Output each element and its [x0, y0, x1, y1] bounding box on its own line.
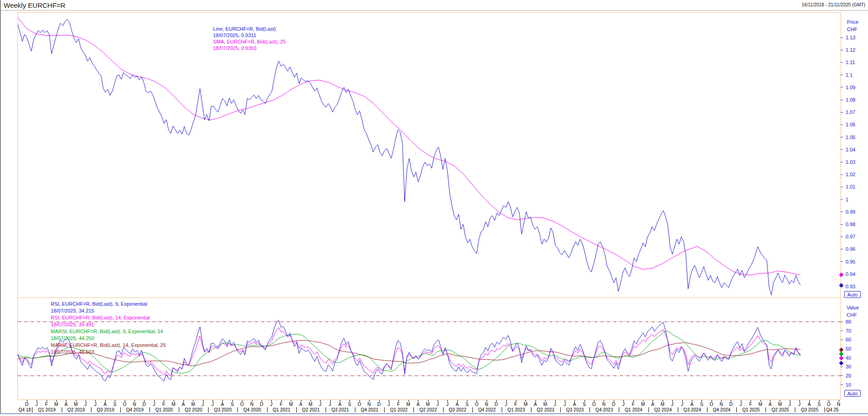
axis-tick-dash	[841, 224, 843, 225]
month-label: J	[622, 402, 625, 407]
axis-tick-label: 60	[846, 337, 851, 342]
axis-tick-dash	[841, 124, 843, 125]
price-chart-canvas[interactable]	[18, 13, 841, 297]
month-label: J	[563, 402, 566, 407]
month-label: M	[758, 402, 762, 407]
quarter-label: Q4 18	[19, 407, 31, 412]
month-label: N	[719, 402, 723, 407]
month-label: A	[221, 402, 224, 407]
month-label: M	[543, 402, 547, 407]
quarter-label: Q1 2024	[625, 407, 642, 412]
rsi-axis-auto-button[interactable]: Auto	[844, 390, 861, 397]
month-label: A	[455, 402, 459, 407]
month-label: M	[641, 402, 645, 407]
rsi-panel: RSI, EURCHF=R, Bid(Last), 9, Exponential…	[17, 297, 841, 400]
axis-tick-dash	[841, 322, 843, 322]
month-label: A	[534, 402, 537, 407]
month-label: F	[280, 402, 283, 407]
quarter-label: Q4 2022	[478, 407, 496, 412]
quarter-label: Q1 2021	[273, 407, 290, 412]
price-axis-currency: CHF	[847, 27, 857, 32]
month-label: O	[475, 402, 479, 407]
axis-tick-label: 1.02	[846, 172, 855, 177]
month-label: M	[54, 402, 58, 407]
month-label: J	[788, 402, 791, 407]
month-label: D	[729, 402, 733, 407]
month-label: O	[592, 402, 596, 407]
rsi-chart-canvas[interactable]	[18, 298, 841, 400]
quarter-separator	[413, 407, 414, 412]
quarter-separator	[531, 407, 531, 412]
axis-tick-dash	[841, 62, 843, 63]
quarter-label: Q3 2019	[97, 407, 114, 412]
month-label: S	[818, 402, 821, 407]
quarter-separator	[120, 407, 121, 412]
legend-line: RSI, EURCHF=R, Bid(Last), 9, Exponential	[51, 301, 147, 307]
axis-tick-label: 70	[846, 328, 851, 334]
month-label: J	[270, 402, 273, 407]
month-label: O	[240, 402, 244, 407]
axis-tick-label: 0.99	[846, 209, 855, 215]
axis-tick-label: 1.07	[846, 109, 855, 115]
price-panel: Line, EURCHF=R, Bid(Last)18/07/2025, 0.9…	[17, 12, 841, 298]
month-label: M	[289, 402, 293, 407]
quarter-label: Q3 2020	[214, 407, 231, 412]
axis-tick-dash	[841, 340, 843, 340]
axis-tick-label: 1.04	[846, 147, 855, 152]
quarter-separator	[91, 407, 91, 412]
quarter-label: Q1 2022	[390, 407, 407, 412]
quarter-label: Q1 2020	[155, 407, 173, 412]
month-label: M	[426, 402, 429, 407]
month-label: D	[25, 402, 28, 407]
axis-tick-label: 1.05	[846, 135, 855, 140]
month-label: J	[36, 402, 38, 407]
axis-tick-dash	[841, 149, 843, 150]
month-label: M	[407, 402, 410, 407]
month-label: D	[260, 402, 263, 407]
month-label: J	[387, 402, 390, 407]
quarter-separator	[355, 407, 355, 412]
window-bottom-edge	[0, 413, 868, 414]
axis-tick-label: 0.93	[846, 284, 855, 289]
month-label: J	[436, 402, 439, 407]
month-label: J	[94, 402, 96, 407]
quarter-label: Q1 2019	[38, 407, 55, 412]
axis-tick-dash	[841, 162, 843, 162]
quarter-separator	[443, 407, 444, 412]
quarter-separator	[472, 407, 473, 412]
month-label: J	[671, 402, 674, 407]
quarter-separator	[736, 407, 737, 412]
quarter-label: Q2 2021	[302, 407, 320, 412]
month-label: A	[417, 402, 420, 407]
quarter-label: Q3 2022	[449, 407, 466, 412]
axis-tick-label: 0.94	[846, 271, 855, 277]
month-label: M	[778, 402, 782, 407]
month-label: S	[700, 402, 703, 407]
month-label: O	[710, 402, 713, 407]
month-label: J	[329, 402, 331, 407]
axis-tick-dash	[841, 87, 843, 87]
quarter-separator	[678, 407, 678, 412]
quarter-separator	[267, 407, 268, 412]
quarter-label: Q3 2023	[566, 407, 584, 412]
month-label: M	[74, 402, 77, 407]
axis-tick-dash	[841, 50, 843, 50]
quarter-separator	[502, 407, 502, 412]
quarter-separator	[208, 407, 209, 412]
month-label: J	[446, 402, 449, 407]
month-label: D	[612, 402, 615, 407]
month-label: D	[377, 402, 380, 407]
month-label: F	[397, 402, 400, 407]
month-label: J	[554, 402, 556, 407]
month-label: A	[691, 402, 694, 407]
quarter-label: Q3 2024	[684, 407, 701, 412]
price-axis-auto-button[interactable]: Auto	[844, 291, 861, 298]
quarter-label: Q2 2024	[654, 407, 671, 412]
axis-tick-label: 1.01	[846, 184, 855, 189]
quarter-separator	[560, 407, 561, 412]
legend-line: RSI, EURCHF=R, Bid(Last), 14, Exponentia…	[51, 315, 150, 320]
axis-tick-dash	[841, 100, 843, 100]
month-label: F	[749, 402, 752, 407]
month-label: J	[153, 402, 155, 407]
quarter-label: Q3 2025	[801, 407, 818, 412]
